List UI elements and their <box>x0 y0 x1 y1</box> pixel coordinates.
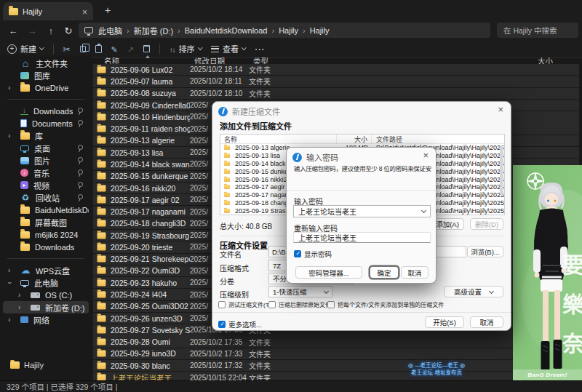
chevron-icon[interactable]: › <box>18 292 20 299</box>
folder-icon <box>224 153 230 158</box>
sidebar-item[interactable]: Downloads <box>3 105 89 117</box>
sidebar-item[interactable]: 视频 <box>3 179 89 191</box>
sidebar-item[interactable]: BaiduNetdiskDownload <box>3 204 89 216</box>
browse-button[interactable]: 浏览(B)... <box>467 246 503 257</box>
this-pc-icon <box>84 27 93 33</box>
folder-icon <box>97 173 106 180</box>
sidebar-item[interactable]: 回收站 <box>3 191 89 204</box>
sidebar-item-icon <box>20 169 28 177</box>
search-input[interactable]: 在 Hajily 中搜索 <box>497 23 578 38</box>
cut-icon[interactable] <box>63 42 71 55</box>
sidebar-item[interactable]: ›此电脑 <box>3 276 89 289</box>
back-icon[interactable] <box>6 23 20 38</box>
breadcrumb[interactable]: 此电脑新加卷 (D:)BaiduNetdiskDownloadHajilyHaj… <box>79 23 490 38</box>
file-row[interactable]: 2025-09-08 suzuya2025/10/2 18:10文件夹 <box>93 88 579 99</box>
sidebar-item[interactable]: 音乐 <box>3 167 89 179</box>
password-manager-button[interactable]: 密码管理器... <box>295 266 362 279</box>
sidebar-item[interactable]: Documents <box>3 117 89 129</box>
up-icon[interactable] <box>44 23 58 38</box>
level-select[interactable]: 1-快速压缩 <box>268 286 332 297</box>
delete-icon[interactable] <box>143 45 150 52</box>
folder-icon <box>97 315 106 321</box>
column-name[interactable]: 名称 <box>220 135 337 143</box>
password-input[interactable]: 上老王论坛当老王 <box>293 205 431 217</box>
remove-button[interactable]: 删除(D) <box>470 218 503 230</box>
view-button[interactable]: 查看 <box>211 43 246 55</box>
breadcrumb-item[interactable]: BaiduNetdiskDownload <box>185 26 279 35</box>
forward-icon[interactable] <box>25 23 39 38</box>
chevron-icon[interactable]: › <box>6 281 13 284</box>
column-size[interactable]: 大小 <box>337 135 372 143</box>
chevron-icon[interactable]: › <box>8 316 10 324</box>
folder-icon <box>97 256 106 263</box>
refresh-icon[interactable] <box>61 23 76 38</box>
sidebar-item[interactable]: ›网络 <box>3 313 89 326</box>
password-confirm-input[interactable]: 上老王论坛当老王 <box>293 232 431 243</box>
separate-archives-checkbox[interactable]: 把每个文件/文件夹添加到单独的压缩文件 <box>327 300 444 308</box>
sidebar-item-icon <box>20 244 30 251</box>
sidebar-section-quick: 主文件夹图库›OneDrive <box>0 57 92 94</box>
divider <box>53 44 54 55</box>
sidebar-item-icon <box>20 107 28 115</box>
advanced-settings-button[interactable]: 高级设置 <box>444 286 503 297</box>
sidebar-item[interactable]: ›库 <box>3 129 89 142</box>
chevron-down-icon <box>489 288 494 293</box>
file-row[interactable]: 2025-09-07 lauma2025/10/2 18:11文件夹 <box>93 76 579 87</box>
chevron-icon[interactable]: › <box>8 132 10 140</box>
ok-button[interactable]: 确定 <box>370 266 399 279</box>
sidebar-item[interactable]: m6jik6 2024 <box>3 228 89 241</box>
explorer-tab[interactable]: Hajily <box>3 2 93 20</box>
scrollbar[interactable] <box>500 145 503 195</box>
sort-button[interactable]: 排序 <box>170 42 202 55</box>
new-button[interactable]: 新建 <box>7 43 44 55</box>
copy-icon[interactable] <box>80 46 86 52</box>
column-path[interactable]: 文件路径 <box>372 135 504 143</box>
folder-icon <box>97 327 106 333</box>
tab-close-icon[interactable] <box>82 5 87 18</box>
test-archive-checkbox[interactable]: 测试压缩文件(T) <box>218 300 271 308</box>
sidebar-item-icon <box>20 145 29 151</box>
sidebar-item-hajily[interactable]: Hajily <box>10 361 44 369</box>
show-password-checkbox[interactable]: 显示密码 <box>294 249 332 259</box>
sidebar-item[interactable]: ›新加卷 (D:) <box>3 301 89 313</box>
rename-icon[interactable] <box>111 42 118 55</box>
sidebar-item[interactable]: 屏幕截图 <box>3 216 89 228</box>
file-row[interactable]: 2025-09-28 Oumi2025/10/2 17:35文件夹 <box>93 336 579 347</box>
cancel-button[interactable]: 取消 <box>401 266 428 279</box>
sidebar-item[interactable]: ›OS (C:) <box>3 289 89 301</box>
close-icon[interactable] <box>423 151 428 160</box>
chevron-icon[interactable]: › <box>8 84 10 92</box>
sidebar-item[interactable]: 主文件夹 <box>3 57 89 69</box>
breadcrumb-item[interactable]: Hajily <box>279 26 310 35</box>
file-row[interactable]: 2025-09-06 Lux022025/10/2 18:14文件夹 <box>93 64 579 75</box>
folder-icon <box>224 177 230 181</box>
file-row[interactable]: 2025-09-30 blanc2025/10/2 17:32文件夹 <box>93 360 579 371</box>
more-options-checkbox[interactable]: 更多选项... <box>218 319 262 329</box>
sidebar-item[interactable]: Downloads <box>3 241 89 253</box>
sidebar-item[interactable]: ›WPS云盘 <box>3 264 89 276</box>
sidebar-item[interactable]: ›OneDrive <box>3 81 89 94</box>
close-icon[interactable] <box>498 105 503 114</box>
navigation-pane: 主文件夹图库›OneDrive DownloadsDocuments›库桌面图片… <box>0 55 92 380</box>
delete-after-checkbox[interactable]: 压缩后删除原始文件 <box>268 300 331 308</box>
folder-icon <box>97 196 106 203</box>
chevron-icon[interactable]: › <box>8 267 10 274</box>
sidebar-item[interactable]: 桌面 <box>3 142 89 154</box>
sidebar-item-icon <box>20 132 30 140</box>
sidebar-item[interactable]: 图库 <box>3 69 89 81</box>
paste-icon[interactable] <box>95 45 102 53</box>
file-row[interactable]: 2025-09-29 iuno3D2025/10/2 17:33文件夹 <box>93 348 579 359</box>
breadcrumb-item[interactable]: Hajily <box>310 26 330 35</box>
cancel-button[interactable]: 取消 <box>470 316 503 328</box>
folder-icon <box>224 169 230 174</box>
folder-icon <box>97 268 106 274</box>
breadcrumb-item[interactable]: 新加卷 (D:) <box>134 25 185 36</box>
new-tab-button[interactable] <box>100 3 115 17</box>
start-button[interactable]: 开始(S) <box>425 316 464 328</box>
breadcrumb-item[interactable]: 此电脑 <box>98 25 134 36</box>
checkbox-icon <box>327 301 335 308</box>
more-options-icon[interactable] <box>255 42 266 55</box>
chevron-icon[interactable]: › <box>18 304 20 311</box>
folder-icon <box>97 78 106 84</box>
sidebar-item[interactable]: 图片 <box>3 154 89 167</box>
